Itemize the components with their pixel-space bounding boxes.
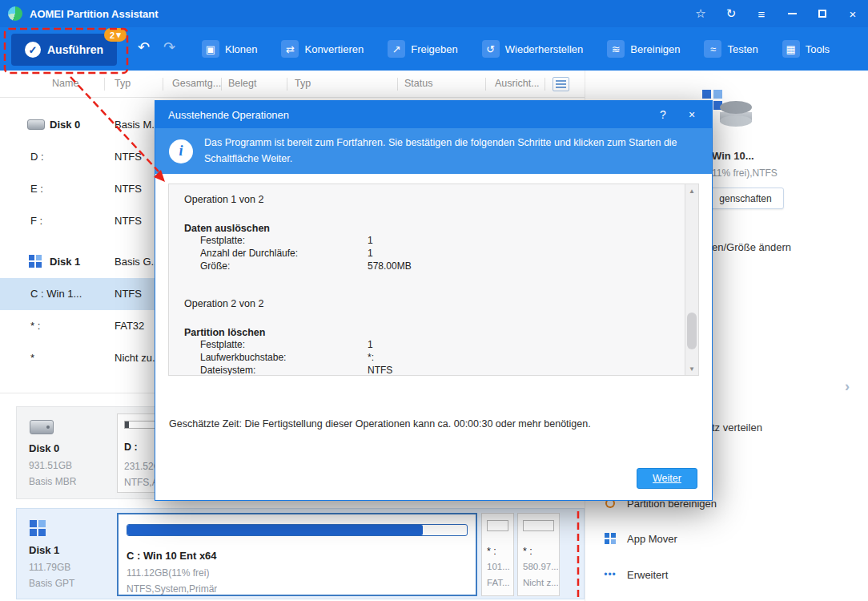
- hamburger-menu-icon[interactable]: ≡: [746, 0, 777, 27]
- partition-size: 101...: [487, 562, 510, 571]
- toolbar-item-wiederherstellen[interactable]: ↺ Wiederherstellen: [482, 40, 584, 58]
- column-header-gesamt[interactable]: Gesamtg...: [172, 78, 221, 89]
- restore-icon: ↺: [482, 40, 500, 58]
- volume-subtitle: 11% frei),NTFS: [712, 167, 778, 179]
- maximize-button[interactable]: [807, 0, 838, 27]
- scrollbar[interactable]: ▲ ▼: [685, 184, 698, 375]
- disk1-name: Disk 1: [29, 544, 59, 556]
- operation-detail-row: Dateisystem: NTFS: [200, 364, 698, 376]
- operation-detail-row: Laufwerkbuchstabe: *:: [200, 351, 698, 364]
- operations-list: Operation 1 von 2 Daten auslöschen Festp…: [168, 184, 699, 376]
- column-header-ausricht[interactable]: Ausricht...: [495, 78, 540, 89]
- disk1-scheme: Basis GPT: [29, 578, 74, 589]
- column-header-belegt[interactable]: Belegt: [228, 78, 256, 89]
- test-icon: ≈: [704, 40, 721, 58]
- app-logo-icon: [8, 6, 22, 21]
- disk1-card[interactable]: Disk 1 111.79GB Basis GPT C : Win 10 Ent…: [16, 508, 585, 599]
- column-separator: [221, 78, 222, 91]
- share-icon: ↗: [388, 40, 405, 58]
- partition-name: C : Win 10 Ent x64: [127, 550, 217, 562]
- scrollbar-thumb[interactable]: [687, 313, 697, 349]
- wipe-icon: ≋: [607, 40, 625, 58]
- partition-box-star1[interactable]: * : 101... FAT...: [481, 513, 514, 596]
- partition-size: 580.97...: [523, 562, 558, 571]
- clone-icon: ▣: [202, 40, 219, 58]
- hdd-icon: [27, 119, 45, 130]
- pending-operations-dialog: Ausstehende Operationen ? × i Das Progra…: [155, 100, 713, 501]
- column-separator: [397, 78, 398, 91]
- convert-icon: ⇄: [281, 40, 299, 58]
- operation-header: Operation 1 von 2: [184, 194, 698, 205]
- column-header-typ[interactable]: Typ: [115, 78, 131, 89]
- toolbar-item-tools[interactable]: ▦ Tools: [782, 40, 830, 58]
- menu-item-app-mover[interactable]: App Mover: [585, 526, 868, 551]
- usage-bar: [523, 520, 554, 531]
- dialog-header[interactable]: Ausstehende Operationen ? ×: [155, 101, 712, 128]
- toolbar: ✓ Ausführen 2▾ ↶ ↷ ▣ Klonen ⇄ Konvertier…: [0, 27, 868, 71]
- dialog-close-icon[interactable]: ×: [683, 108, 701, 121]
- volume-title: Win 10...: [712, 150, 754, 162]
- undo-icon[interactable]: ↶: [138, 38, 150, 56]
- titlebar: AOMEI Partition Assistant ☆ ↻ ≡ ×: [0, 0, 868, 27]
- usage-bar: [487, 520, 508, 531]
- partition-fs: Nicht z...: [523, 578, 558, 587]
- operation-name: Daten auslöschen: [184, 223, 698, 234]
- partition-box-star2[interactable]: * : 580.97... Nicht z...: [517, 513, 560, 596]
- toolbar-item-freigeben[interactable]: ↗ Freigeben: [388, 40, 458, 58]
- dialog-info-banner: i Das Programm ist bereit zum Fortfahren…: [155, 128, 712, 174]
- disk1-size: 111.79GB: [29, 562, 70, 573]
- close-icon: ×: [850, 7, 857, 21]
- column-separator: [545, 78, 545, 91]
- toolbar-item-bereinigen[interactable]: ≋ Bereinigen: [607, 40, 680, 58]
- partition-name: D :: [124, 442, 138, 453]
- operation-detail-row: Festplatte: 1: [200, 234, 698, 247]
- redo-icon[interactable]: ↷: [163, 38, 175, 56]
- usage-bar: [127, 524, 468, 536]
- tools-icon: ▦: [782, 40, 800, 58]
- properties-button[interactable]: genschaften: [707, 188, 784, 209]
- titlebar-controls: ☆ ↻ ≡ ×: [685, 0, 868, 27]
- operation-detail-row: Anzahl der Durchläufe: 1: [200, 247, 698, 260]
- minimize-button[interactable]: [777, 0, 807, 27]
- favorites-star-icon[interactable]: ☆: [685, 0, 716, 27]
- app-window: AOMEI Partition Assistant ☆ ↻ ≡ × ✓ Ausf…: [0, 0, 868, 601]
- column-separator: [287, 78, 287, 91]
- estimate-text: Geschätzte Zeit: Die Fertigstellung dies…: [169, 418, 591, 430]
- scroll-up-icon[interactable]: ▲: [685, 184, 698, 197]
- refresh-icon[interactable]: ↻: [716, 0, 746, 27]
- help-icon[interactable]: ?: [654, 108, 672, 121]
- disk-cylinder-icon: [720, 101, 752, 125]
- toolbar-item-konvertieren[interactable]: ⇄ Konvertieren: [281, 40, 364, 58]
- partition-name: * :: [487, 546, 496, 557]
- chevron-right-icon[interactable]: ›: [845, 378, 850, 395]
- maximize-icon: [818, 10, 826, 18]
- caret-down-icon: ▾: [116, 30, 121, 40]
- info-icon: i: [169, 139, 193, 163]
- table-header: Name Typ Gesamtg... Belegt Typ Status Au…: [0, 71, 585, 98]
- next-button[interactable]: Weiter: [637, 468, 697, 489]
- partition-name: * :: [523, 546, 532, 557]
- column-header-typ2[interactable]: Typ: [295, 78, 311, 89]
- column-chooser-icon[interactable]: [553, 77, 569, 91]
- operation-detail-row: Größe: 578.00MB: [200, 260, 698, 272]
- pending-count-badge[interactable]: 2▾: [104, 28, 127, 42]
- close-button[interactable]: ×: [838, 0, 868, 27]
- hdd-icon: [30, 420, 54, 434]
- operation-detail-row: Festplatte: 1: [200, 338, 698, 351]
- dialog-title: Ausstehende Operationen: [168, 109, 289, 121]
- menu-item-erweitert[interactable]: ••• Erweitert: [585, 563, 868, 587]
- minimize-icon: [788, 13, 797, 14]
- toolbar-item-testen[interactable]: ≈ Testen: [704, 40, 757, 58]
- column-header-status[interactable]: Status: [404, 78, 432, 89]
- column-separator: [104, 78, 105, 91]
- scroll-down-icon[interactable]: ▼: [685, 362, 698, 375]
- column-header-name[interactable]: Name: [52, 78, 78, 89]
- partition-box-c-selected[interactable]: C : Win 10 Ent x64 111.12GB(11% frei) NT…: [117, 513, 477, 596]
- toolbar-item-klonen[interactable]: ▣ Klonen: [202, 40, 257, 58]
- resize-menu-item[interactable]: en/Größe ändern: [712, 241, 791, 253]
- apply-button[interactable]: ✓ Ausführen 2▾: [11, 34, 117, 66]
- operation-name: Partition löschen: [184, 327, 698, 338]
- disk0-scheme: Basis MBR: [29, 476, 76, 487]
- distribute-menu-item[interactable]: tz verteilen: [712, 422, 762, 434]
- disk0-size: 931.51GB: [29, 460, 72, 471]
